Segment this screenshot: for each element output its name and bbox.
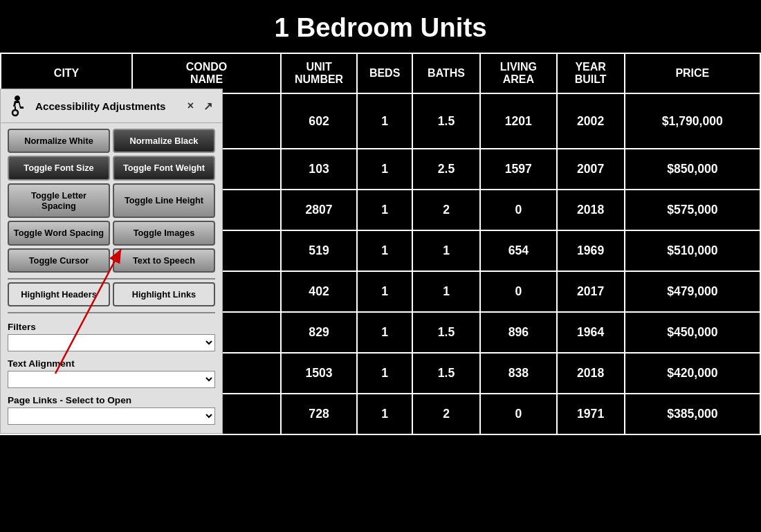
panel-header-right: × ↗ bbox=[185, 98, 215, 114]
cell-price: $420,000 bbox=[625, 353, 760, 394]
col-header-city: CITY bbox=[1, 53, 132, 93]
cell-year: 2002 bbox=[557, 93, 625, 149]
highlight-buttons-grid: Highlight Headers Highlight Links bbox=[1, 282, 222, 306]
svg-point-0 bbox=[15, 96, 20, 101]
cell-unit: 519 bbox=[281, 230, 357, 271]
cell-unit: 829 bbox=[281, 312, 357, 353]
col-header-beds: BEDS bbox=[357, 53, 412, 93]
col-header-unit: UNITNUMBER bbox=[281, 53, 357, 93]
cell-price: $1,790,000 bbox=[625, 93, 760, 149]
cell-year: 2017 bbox=[557, 271, 625, 312]
col-header-price: PRICE bbox=[625, 53, 760, 93]
cell-price: $385,000 bbox=[625, 394, 760, 434]
cell-beds: 1 bbox=[357, 353, 412, 394]
cell-unit: 103 bbox=[281, 149, 357, 190]
cell-beds: 1 bbox=[357, 190, 412, 230]
cell-living: 1597 bbox=[480, 149, 556, 190]
cell-year: 2007 bbox=[557, 149, 625, 190]
panel-divider bbox=[8, 278, 215, 279]
cell-beds: 1 bbox=[357, 312, 412, 353]
panel-expand-button[interactable]: ↗ bbox=[201, 98, 215, 114]
panel-close-button[interactable]: × bbox=[185, 98, 196, 113]
cell-year: 2018 bbox=[557, 353, 625, 394]
cell-baths: 1.5 bbox=[412, 312, 480, 353]
panel-header-left: Accessibility Adjustments bbox=[5, 93, 166, 118]
cell-baths: 1 bbox=[412, 230, 480, 271]
panel-title: Accessibility Adjustments bbox=[35, 100, 166, 112]
cell-baths: 1.5 bbox=[412, 353, 480, 394]
cell-living: 838 bbox=[480, 353, 556, 394]
toggle-line-height-button[interactable]: Toggle Line Height bbox=[113, 183, 215, 219]
cell-price: $850,000 bbox=[625, 149, 760, 190]
normalize-white-button[interactable]: Normalize White bbox=[8, 129, 110, 153]
cell-price: $510,000 bbox=[625, 230, 760, 271]
cell-beds: 1 bbox=[357, 230, 412, 271]
panel-divider-2 bbox=[8, 312, 215, 313]
toggle-cursor-button[interactable]: Toggle Cursor bbox=[8, 248, 110, 273]
cell-beds: 1 bbox=[357, 149, 412, 190]
text-alignment-label: Text Alignment bbox=[8, 358, 215, 369]
cell-living: 0 bbox=[480, 394, 556, 434]
normalize-black-button[interactable]: Normalize Black bbox=[113, 129, 215, 153]
toggle-font-size-button[interactable]: Toggle Font Size bbox=[8, 156, 110, 180]
cell-year: 1964 bbox=[557, 312, 625, 353]
cell-beds: 1 bbox=[357, 394, 412, 434]
toggle-word-spacing-button[interactable]: Toggle Word Spacing bbox=[8, 221, 110, 245]
cell-price: $575,000 bbox=[625, 190, 760, 230]
toggle-font-weight-button[interactable]: Toggle Font Weight bbox=[113, 156, 215, 180]
col-header-condo: CONDONAME bbox=[132, 53, 281, 93]
wheelchair-icon bbox=[5, 93, 30, 118]
cell-beds: 1 bbox=[357, 93, 412, 149]
cell-baths: 1 bbox=[412, 271, 480, 312]
cell-baths: 2 bbox=[412, 190, 480, 230]
cell-baths: 2 bbox=[412, 394, 480, 434]
text-alignment-select[interactable] bbox=[8, 371, 215, 388]
cell-baths: 1.5 bbox=[412, 93, 480, 149]
page-title: 1 Bedroom Units bbox=[0, 0, 761, 53]
toggle-letter-spacing-button[interactable]: Toggle Letter Spacing bbox=[8, 183, 110, 219]
highlight-links-button[interactable]: Highlight Links bbox=[113, 282, 215, 306]
cell-living: 896 bbox=[480, 312, 556, 353]
filters-label: Filters bbox=[8, 322, 215, 332]
cell-baths: 2.5 bbox=[412, 149, 480, 190]
cell-living: 0 bbox=[480, 271, 556, 312]
page-links-label: Page Links - Select to Open bbox=[8, 395, 215, 405]
main-buttons-grid: Normalize White Normalize Black Toggle F… bbox=[1, 123, 222, 273]
cell-year: 2018 bbox=[557, 190, 625, 230]
cell-living: 654 bbox=[480, 230, 556, 271]
page-links-section: Page Links - Select to Open bbox=[1, 389, 222, 426]
highlight-headers-button[interactable]: Highlight Headers bbox=[8, 282, 110, 306]
page-links-select[interactable] bbox=[8, 407, 215, 425]
cell-unit: 1503 bbox=[281, 353, 357, 394]
cell-price: $450,000 bbox=[625, 312, 760, 353]
filters-select[interactable] bbox=[8, 334, 215, 351]
filters-section: Filters bbox=[1, 316, 222, 353]
cell-living: 0 bbox=[480, 190, 556, 230]
text-alignment-section: Text Alignment bbox=[1, 353, 222, 389]
col-header-year: YEARBUILT bbox=[557, 53, 625, 93]
svg-point-1 bbox=[12, 110, 18, 116]
col-header-living: LIVINGAREA bbox=[480, 53, 556, 93]
cell-unit: 2807 bbox=[281, 190, 357, 230]
cell-year: 1971 bbox=[557, 394, 625, 434]
cell-living: 1201 bbox=[480, 93, 556, 149]
cell-unit: 728 bbox=[281, 394, 357, 434]
col-header-baths: BATHS bbox=[412, 53, 480, 93]
toggle-images-button[interactable]: Toggle Images bbox=[113, 221, 215, 245]
accessibility-panel: Accessibility Adjustments × ↗ Normalize … bbox=[0, 89, 223, 434]
cell-beds: 1 bbox=[357, 271, 412, 312]
cell-year: 1969 bbox=[557, 230, 625, 271]
cell-unit: 402 bbox=[281, 271, 357, 312]
text-to-speech-button[interactable]: Text to Speech bbox=[113, 248, 215, 273]
panel-header: Accessibility Adjustments × ↗ bbox=[1, 89, 222, 123]
cell-unit: 602 bbox=[281, 93, 357, 149]
cell-price: $479,000 bbox=[625, 271, 760, 312]
